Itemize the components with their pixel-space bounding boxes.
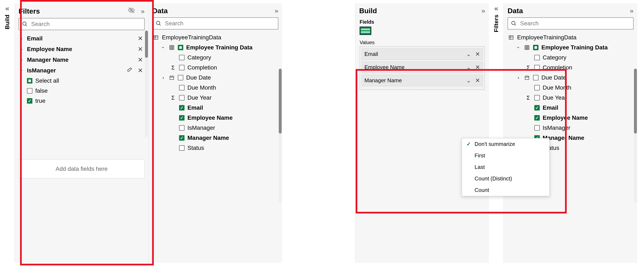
close-icon[interactable]: ✕ bbox=[136, 35, 144, 42]
close-icon[interactable]: ✕ bbox=[475, 77, 480, 84]
expand-right-icon[interactable]: » bbox=[482, 7, 485, 15]
menu-item-count[interactable]: Count bbox=[462, 184, 549, 196]
checkbox-checked-icon[interactable] bbox=[179, 135, 184, 141]
field-ismanager[interactable]: IsManager bbox=[151, 123, 280, 133]
checkbox-unchecked-icon[interactable] bbox=[179, 55, 184, 60]
scrollbar[interactable] bbox=[634, 69, 637, 203]
checkbox-unchecked-icon[interactable] bbox=[534, 55, 540, 60]
data-search[interactable] bbox=[152, 17, 278, 30]
checkbox-unchecked-icon[interactable] bbox=[179, 145, 184, 151]
menu-item-count-distinct[interactable]: Count (Distinct) bbox=[462, 173, 549, 184]
scrollbar-thumb[interactable] bbox=[279, 69, 282, 134]
field-due-year[interactable]: Σ Due Year bbox=[151, 93, 280, 103]
checkbox-unchecked-icon[interactable] bbox=[534, 85, 540, 90]
checkbox-unchecked-icon[interactable] bbox=[179, 65, 184, 70]
filter-item-email[interactable]: › Email ✕ bbox=[17, 33, 146, 44]
checkbox-unchecked-icon[interactable] bbox=[533, 75, 538, 80]
table-icon bbox=[169, 44, 175, 51]
close-icon[interactable]: ✕ bbox=[136, 45, 144, 53]
field-email[interactable]: Email bbox=[151, 103, 280, 113]
data-search-input[interactable] bbox=[164, 20, 275, 27]
field-manager-name[interactable]: Manager Name bbox=[151, 133, 280, 143]
field-due-date[interactable]: › Due Date bbox=[151, 73, 280, 83]
filter-option-true[interactable]: true bbox=[17, 96, 146, 106]
close-icon[interactable]: ✕ bbox=[136, 67, 144, 74]
sigma-icon: Σ bbox=[170, 95, 176, 101]
data-search-right[interactable] bbox=[508, 17, 634, 30]
filter-option-select-all[interactable]: Select all bbox=[17, 76, 146, 86]
filters-rail[interactable]: « Filters bbox=[489, 3, 504, 263]
field-completion[interactable]: Σ Completion bbox=[151, 63, 280, 73]
field-category[interactable]: Category bbox=[506, 53, 635, 63]
dataset-row[interactable]: EmployeeTrainingData bbox=[151, 33, 280, 43]
field-due-month[interactable]: Due Month bbox=[151, 83, 280, 93]
field-completion[interactable]: Σ Completion bbox=[506, 63, 635, 73]
table-row[interactable]: › Employee Training Data bbox=[506, 43, 635, 53]
chevron-down-icon[interactable]: ⌄ bbox=[466, 77, 471, 84]
checkbox-unchecked-icon[interactable] bbox=[534, 95, 540, 100]
scrollbar[interactable] bbox=[279, 69, 282, 203]
menu-item-last[interactable]: Last bbox=[462, 161, 549, 173]
collapse-left-icon[interactable]: « bbox=[6, 5, 10, 12]
checkbox-unchecked-icon[interactable] bbox=[534, 125, 540, 130]
filters-search[interactable] bbox=[18, 18, 144, 30]
field-email[interactable]: Email bbox=[506, 103, 635, 113]
checkbox-indeterminate-icon[interactable] bbox=[533, 45, 538, 50]
field-ismanager[interactable]: IsManager bbox=[506, 123, 635, 133]
filter-item-ismanager[interactable]: › IsManager ✕ bbox=[17, 65, 146, 76]
value-field-email[interactable]: Email ⌄ ✕ bbox=[362, 48, 483, 60]
chevron-down-icon[interactable]: ⌄ bbox=[466, 51, 471, 58]
value-field-manager-name[interactable]: Manager Name ⌄ ✕ bbox=[362, 75, 483, 86]
scrollbar-thumb[interactable] bbox=[634, 69, 637, 134]
eraser-icon[interactable] bbox=[126, 67, 134, 74]
chevron-down-icon[interactable]: ⌄ bbox=[466, 64, 471, 71]
filter-item-employee-name[interactable]: › Employee Name ✕ bbox=[17, 44, 146, 54]
field-due-date[interactable]: › Due Date bbox=[506, 73, 635, 83]
field-category[interactable]: Category bbox=[151, 53, 280, 63]
field-status[interactable]: Status bbox=[151, 143, 280, 153]
table-row[interactable]: › Employee Training Data bbox=[151, 43, 280, 53]
checkbox-checked-icon[interactable] bbox=[534, 105, 540, 110]
expand-right-icon[interactable]: » bbox=[630, 7, 634, 15]
values-well[interactable]: Email ⌄ ✕ Employee Name ⌄ ✕ Manager Name bbox=[360, 46, 485, 90]
menu-item-first[interactable]: First bbox=[462, 150, 549, 161]
checkbox-unchecked-icon[interactable] bbox=[179, 95, 184, 100]
dataset-row[interactable]: EmployeeTrainingData bbox=[506, 33, 635, 43]
close-icon[interactable]: ✕ bbox=[136, 56, 144, 63]
matrix-visual-icon[interactable] bbox=[360, 27, 371, 35]
expand-right-icon[interactable]: » bbox=[274, 7, 278, 15]
chevron-right-icon: › bbox=[516, 75, 521, 81]
field-employee-name[interactable]: Employee Name bbox=[151, 113, 280, 123]
build-rail[interactable]: « Build bbox=[0, 3, 15, 263]
svg-rect-28 bbox=[525, 76, 529, 80]
data-search-input-right[interactable] bbox=[520, 20, 630, 27]
checkbox-unchecked-icon[interactable] bbox=[178, 75, 183, 80]
data-pane-right: Data » EmployeeTrainingData › bbox=[504, 3, 637, 263]
checkbox-checked-icon[interactable] bbox=[534, 115, 540, 120]
value-field-employee-name[interactable]: Employee Name ⌄ ✕ bbox=[362, 62, 483, 73]
checkbox-checked-icon[interactable] bbox=[179, 105, 184, 110]
checkbox-checked-icon[interactable] bbox=[27, 98, 32, 104]
close-icon[interactable]: ✕ bbox=[475, 64, 480, 71]
filters-search-input[interactable] bbox=[31, 21, 141, 28]
filter-item-manager-name[interactable]: › Manager Name ✕ bbox=[17, 54, 146, 65]
filters-drop-target[interactable]: Add data fields here bbox=[18, 160, 144, 178]
field-due-month[interactable]: Due Month bbox=[506, 83, 635, 93]
field-employee-name[interactable]: Employee Name bbox=[506, 113, 635, 123]
scrollbar[interactable] bbox=[145, 31, 148, 137]
checkbox-unchecked-icon[interactable] bbox=[179, 125, 184, 130]
checkbox-unchecked-icon[interactable] bbox=[179, 85, 184, 90]
menu-item-dont-summarize[interactable]: ✓ Don't summarize bbox=[462, 138, 549, 150]
checkbox-indeterminate-icon[interactable] bbox=[178, 45, 183, 50]
eye-off-icon[interactable] bbox=[128, 7, 135, 16]
checkbox-indeterminate-icon[interactable] bbox=[27, 78, 32, 83]
scrollbar-thumb[interactable] bbox=[145, 31, 148, 58]
filter-option-false[interactable]: false bbox=[17, 86, 146, 96]
close-icon[interactable]: ✕ bbox=[475, 51, 480, 58]
collapse-left-icon[interactable]: « bbox=[494, 5, 498, 12]
checkbox-checked-icon[interactable] bbox=[179, 115, 184, 120]
field-due-year[interactable]: Σ Due Year bbox=[506, 93, 635, 103]
checkbox-unchecked-icon[interactable] bbox=[534, 65, 540, 70]
expand-right-icon[interactable]: » bbox=[141, 7, 144, 15]
checkbox-unchecked-icon[interactable] bbox=[27, 88, 32, 93]
